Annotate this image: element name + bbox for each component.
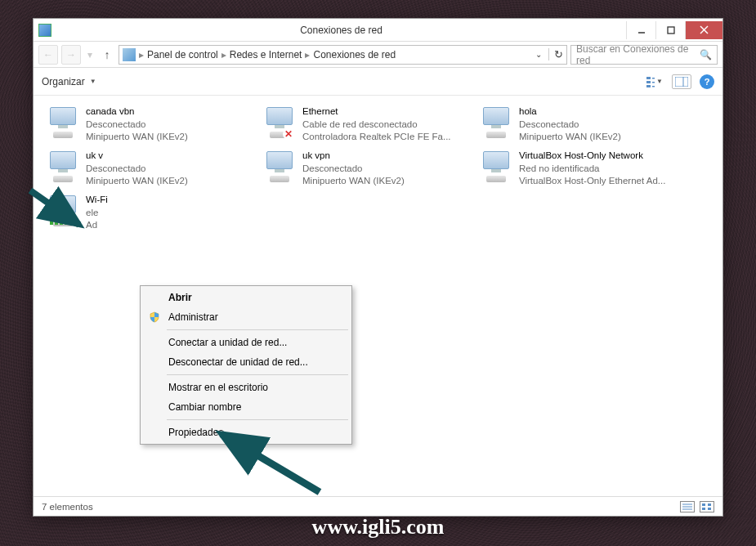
connection-status: ele [86,207,108,220]
status-bar: 7 elementos [34,496,722,516]
connection-adapter: Minipuerto WAN (IKEv2) [86,175,188,188]
connection-name: VirtualBox Host-Only Network [519,150,665,163]
connection-status: Desconectado [302,163,405,176]
window-title: Conexiones de red [56,25,626,36]
breadcrumb-sep-icon: ▸ [221,49,226,60]
connection-name: canada vbn [86,105,188,119]
breadcrumb-seg[interactable]: Panel de control [147,49,218,60]
address-bar[interactable]: ▸ Panel de control ▸ Redes e Internet ▸ … [119,45,567,65]
network-connection-item[interactable]: holaDesconectadoMinipuerto WAN (IKEv2) [475,102,691,146]
watermark-text: www.igli5.com [0,515,756,539]
ctx-separator [167,419,348,420]
navigation-bar: ← → ▾ ↑ ▸ Panel de control ▸ Redes e Int… [34,42,722,68]
titlebar: Conexiones de red [34,19,722,42]
svg-rect-4 [646,77,651,79]
network-connection-item[interactable]: canada vbnDesconectadoMinipuerto WAN (IK… [42,102,258,146]
network-connection-item[interactable]: uk vDesconectadoMinipuerto WAN (IKEv2) [42,146,258,190]
network-adapter-icon [263,150,296,182]
item-count: 7 elementos [42,502,93,512]
chevron-down-icon: ▼ [90,78,96,85]
network-connection-item[interactable]: VirtualBox Host-Only NetworkRed no ident… [475,146,691,190]
svg-rect-19 [702,508,705,510]
refresh-button[interactable]: ↻ [548,48,563,60]
breadcrumb-seg[interactable]: Redes e Internet [230,49,302,60]
view-large-icon[interactable] [700,501,714,512]
back-button[interactable]: ← [38,45,58,65]
connection-adapter: Minipuerto WAN (IKEv2) [86,131,188,144]
context-menu: Abrir Administrar Conectar a unidad de r… [140,285,352,445]
connection-status: Desconectado [519,119,621,132]
breadcrumb-seg[interactable]: Conexiones de red [313,49,396,60]
svg-rect-17 [702,503,705,506]
svg-rect-6 [646,85,651,87]
chevron-down-icon: ▼ [656,78,663,85]
svg-rect-5 [646,81,651,83]
network-adapter-icon [480,150,512,182]
view-details-icon[interactable] [680,501,695,512]
ctx-properties[interactable]: Propiedades [142,423,350,442]
breadcrumb-sep-icon: ▸ [139,49,144,60]
location-icon [123,48,136,61]
app-icon [38,24,51,37]
ctx-show-desktop[interactable]: Mostrar en el escritorio [142,378,350,397]
connection-name: uk v [86,150,188,163]
network-adapter-icon [480,105,512,138]
help-button[interactable]: ? [700,74,714,89]
connection-name: Wi-Fi [86,194,108,207]
minimize-button[interactable] [626,21,655,39]
ctx-admin[interactable]: Administrar [142,307,350,327]
connection-adapter: Minipuerto WAN (IKEv2) [302,175,405,188]
ctx-open[interactable]: Abrir [142,288,350,307]
command-bar: Organizar ▼ ▼ ? [34,68,722,96]
search-input[interactable]: Buscar en Conexiones de red 🔍 [570,45,718,65]
content-area: canada vbnDesconectadoMinipuerto WAN (IK… [34,96,722,496]
network-adapter-icon: ✕ [263,105,296,138]
wifi-adapter-icon [47,194,79,226]
connection-status: Desconectado [86,163,188,176]
organize-button[interactable]: Organizar ▼ [42,76,96,87]
connection-name: uk vpn [302,150,405,163]
preview-pane-button[interactable] [672,74,691,89]
ctx-separator [167,329,348,330]
connection-status: Cable de red desconectado [302,119,451,132]
ctx-rename[interactable]: Cambiar nombre [142,397,350,417]
explorer-window: Conexiones de red ← → ▾ ↑ ▸ Panel de con… [33,18,723,517]
svg-rect-18 [708,503,711,506]
network-adapter-icon [47,105,79,138]
svg-rect-8 [652,82,655,83]
ctx-disconnect-drive[interactable]: Desconectar de unidad de red... [142,352,350,372]
ctx-separator [167,374,348,375]
forward-button[interactable]: → [61,45,81,65]
svg-rect-10 [675,77,688,87]
up-button[interactable]: ↑ [99,48,115,61]
connection-name: Ethernet [302,105,451,119]
network-connection-item[interactable]: ✕EthernetCable de red desconectadoContro… [258,102,475,146]
shield-icon [149,311,160,323]
connection-status: Desconectado [86,119,188,132]
connection-adapter: Minipuerto WAN (IKEv2) [519,131,621,144]
network-connection-item[interactable]: Wi-FieleAd [42,190,258,235]
network-connection-item[interactable]: uk vpnDesconectadoMinipuerto WAN (IKEv2) [258,146,475,190]
view-options-button[interactable]: ▼ [646,74,664,89]
svg-rect-7 [652,78,655,79]
close-button[interactable] [685,21,722,39]
breadcrumb-sep-icon: ▸ [305,49,310,60]
connection-name: hola [519,105,621,119]
connection-adapter: Ad [86,219,108,232]
connection-status: Red no identificada [519,163,665,176]
search-placeholder: Buscar en Conexiones de red [576,43,700,66]
connection-adapter: Controladora Realtek PCIe FE Fa... [302,131,451,144]
network-adapter-icon [47,150,79,182]
svg-rect-9 [652,86,655,87]
history-dropdown[interactable]: ▾ [84,45,96,65]
svg-rect-20 [708,508,711,510]
svg-rect-1 [668,27,674,34]
search-icon: 🔍 [700,49,712,60]
maximize-button[interactable] [655,21,685,39]
connection-adapter: VirtualBox Host-Only Ethernet Ad... [519,175,665,188]
ctx-connect-drive[interactable]: Conectar a unidad de red... [142,333,350,352]
address-dropdown-icon[interactable]: ⌄ [535,50,542,59]
